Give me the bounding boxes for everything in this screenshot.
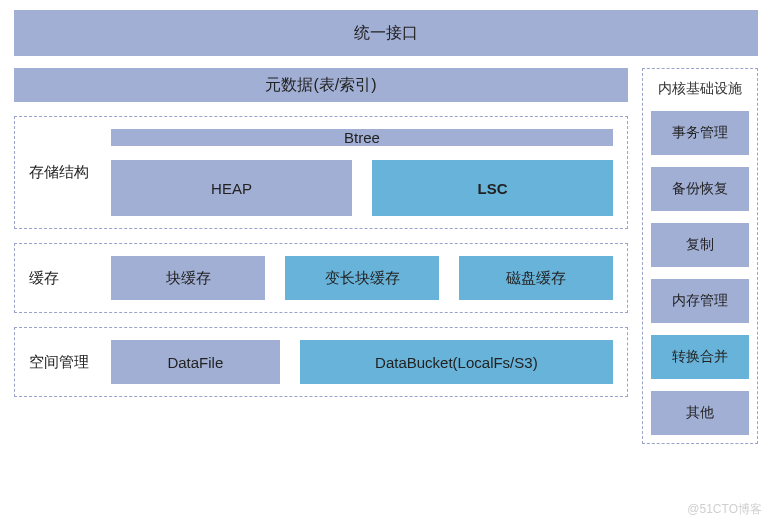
datafile-block: DataFile <box>111 340 280 384</box>
lsc-label: LSC <box>478 180 508 197</box>
infra-item-backup: 备份恢复 <box>651 167 749 211</box>
cache-group-label: 缓存 <box>29 269 93 288</box>
metadata-bar: 元数据(表/索引) <box>14 68 628 102</box>
disk-cache-label: 磁盘缓存 <box>506 269 566 288</box>
btree-label: Btree <box>344 129 380 146</box>
infra-item-mem: 内存管理 <box>651 279 749 323</box>
block-cache-block: 块缓存 <box>111 256 265 300</box>
var-block-cache-block: 变长块缓存 <box>285 256 439 300</box>
storage-group-label: 存储结构 <box>29 163 93 182</box>
space-group-label: 空间管理 <box>29 353 93 372</box>
heap-block: HEAP <box>111 160 352 216</box>
unified-interface-label: 统一接口 <box>354 23 418 44</box>
infra-panel: 内核基础设施 事务管理 备份恢复 复制 内存管理 转换合并 其他 <box>642 68 758 444</box>
var-block-cache-label: 变长块缓存 <box>325 269 400 288</box>
heap-label: HEAP <box>211 180 252 197</box>
storage-group: 存储结构 Btree HEAP LSC <box>14 116 628 229</box>
watermark-text: @51CTO博客 <box>687 501 762 518</box>
infra-item-label: 转换合并 <box>672 348 728 366</box>
infra-item-label: 其他 <box>686 404 714 422</box>
cache-group: 缓存 块缓存 变长块缓存 磁盘缓存 <box>14 243 628 313</box>
lsc-block: LSC <box>372 160 613 216</box>
infra-item-tx: 事务管理 <box>651 111 749 155</box>
infra-item-merge: 转换合并 <box>651 335 749 379</box>
databucket-block: DataBucket(LocalFs/S3) <box>300 340 613 384</box>
infra-item-other: 其他 <box>651 391 749 435</box>
infra-title: 内核基础设施 <box>651 77 749 99</box>
datafile-label: DataFile <box>167 354 223 371</box>
btree-block: Btree <box>111 129 613 146</box>
infra-item-label: 内存管理 <box>672 292 728 310</box>
infra-item-label: 事务管理 <box>672 124 728 142</box>
metadata-label: 元数据(表/索引) <box>265 75 376 96</box>
disk-cache-block: 磁盘缓存 <box>459 256 613 300</box>
unified-interface-bar: 统一接口 <box>14 10 758 56</box>
block-cache-label: 块缓存 <box>166 269 211 288</box>
infra-item-label: 备份恢复 <box>672 180 728 198</box>
databucket-label: DataBucket(LocalFs/S3) <box>375 354 538 371</box>
infra-item-replica: 复制 <box>651 223 749 267</box>
space-group: 空间管理 DataFile DataBucket(LocalFs/S3) <box>14 327 628 397</box>
left-column: 元数据(表/索引) 存储结构 Btree HEAP LSC <box>14 68 628 444</box>
infra-item-label: 复制 <box>686 236 714 254</box>
